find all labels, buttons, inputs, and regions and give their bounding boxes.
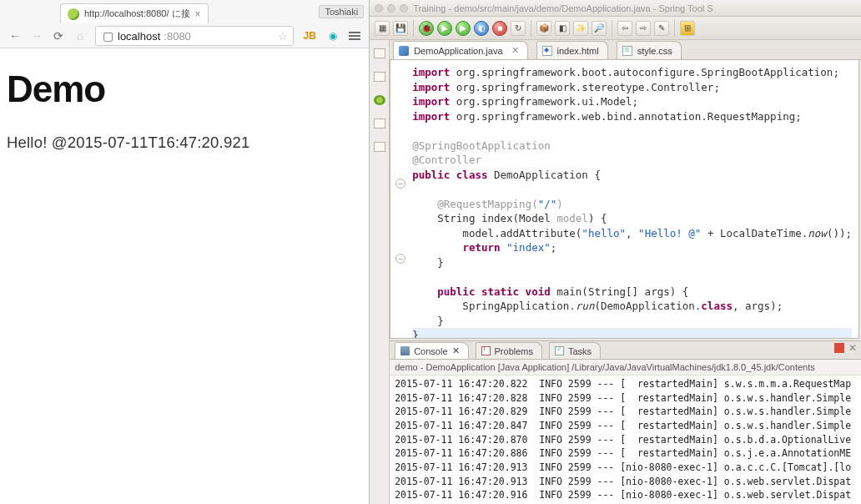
code-current-line: } <box>412 328 852 339</box>
debug-icon[interactable]: 🐞 <box>419 21 434 36</box>
home-icon[interactable]: ⌂ <box>73 29 87 43</box>
panel-tab-bar: Console✕ProblemsTasks ✕ <box>390 341 861 360</box>
nav-back-icon[interactable]: ⇦ <box>617 21 632 36</box>
save-icon[interactable]: 💾 <box>393 21 408 36</box>
close-dot-icon[interactable] <box>375 4 383 13</box>
terminate-icon[interactable] <box>834 343 844 353</box>
code-text: } <box>412 256 444 269</box>
run-icon[interactable]: ▶ <box>437 21 452 36</box>
page-heading: Demo <box>7 68 362 110</box>
panel-tab-label: Problems <box>495 346 533 356</box>
close-tab-icon[interactable]: ✕ <box>452 345 460 356</box>
view-icon[interactable] <box>374 142 385 152</box>
view-icon[interactable] <box>374 118 385 129</box>
code-keyword: return <box>462 241 506 254</box>
code-param: model <box>556 212 588 224</box>
zoom-dot-icon[interactable] <box>400 4 408 13</box>
close-tab-icon[interactable]: ✕ <box>511 45 519 56</box>
menu-icon[interactable] <box>349 32 360 40</box>
code-text: ) { <box>588 212 607 224</box>
tab-close-icon[interactable]: × <box>195 8 201 20</box>
code-annotation: @RequestMapping( <box>412 198 538 210</box>
open-type-icon[interactable]: 🔎 <box>592 21 607 36</box>
code-keyword: import <box>412 95 450 108</box>
coverage-icon[interactable]: ◐ <box>474 21 489 36</box>
code-annotation: @Controller <box>412 154 481 166</box>
forward-icon[interactable]: → <box>30 29 43 43</box>
code-editor[interactable]: import org.springframework.boot.autoconf… <box>390 60 859 339</box>
code-text: + LocalDateTime. <box>701 227 808 239</box>
code-text: org.springframework.boot.autoconfigure.S… <box>450 66 839 78</box>
code-string: "Hello! @" <box>638 227 701 239</box>
code-text: (DemoApplication. <box>594 300 701 312</box>
file-type-icon <box>622 46 632 56</box>
browser-tab[interactable]: http://localhost:8080/ に接 × <box>60 3 209 23</box>
wizard-icon[interactable]: ✨ <box>573 21 588 36</box>
type-icon[interactable]: ◧ <box>555 21 570 36</box>
fold-icon[interactable]: – <box>395 254 405 264</box>
left-dock <box>370 40 390 504</box>
code-text: String index(Model <box>412 212 556 224</box>
new-icon[interactable]: ▦ <box>375 21 390 36</box>
editor-tab-label: style.css <box>637 46 672 56</box>
editor-tab[interactable]: index.html <box>536 41 608 59</box>
problems-icon <box>481 346 491 355</box>
minimize-dot-icon[interactable] <box>387 4 395 13</box>
tab-title: http://localhost:8080/ に接 <box>84 8 190 20</box>
back-icon[interactable]: ← <box>8 29 22 43</box>
jetbrains-extension-icon[interactable]: JB <box>302 30 317 42</box>
reload-icon[interactable]: ⟳ <box>52 29 65 43</box>
pencil-icon[interactable]: ✎ <box>654 21 669 36</box>
editor-area: DemoApplication.java✕index.htmlstyle.css… <box>390 40 861 504</box>
package-icon[interactable]: 📦 <box>536 21 551 36</box>
editor-tab-label: DemoApplication.java <box>414 46 502 56</box>
editor-tab-bar: DemoApplication.java✕index.htmlstyle.css <box>390 40 861 60</box>
stop-icon[interactable]: ■ <box>492 21 507 36</box>
code-keyword: public class <box>412 169 487 181</box>
chrome-browser: http://localhost:8080/ に接 × Toshiaki ← →… <box>0 0 370 504</box>
code-text: org.springframework.web.bind.annotation.… <box>450 110 801 123</box>
ide-titlebar: Training - demo/src/main/java/demo/DemoA… <box>370 0 861 17</box>
code-italic: run <box>576 300 595 312</box>
code-text: ; <box>551 241 557 254</box>
code-string: "/" <box>538 198 557 210</box>
extension-icon[interactable]: ◉ <box>325 30 340 42</box>
page-content: Demo Hello! @2015-07-11T16:47:20.921 <box>0 48 369 172</box>
toolbar-separator <box>612 20 612 37</box>
code-text: DemoApplication { <box>487 169 600 181</box>
nav-fwd-icon[interactable]: ⇨ <box>636 21 651 36</box>
view-icon[interactable] <box>374 72 385 82</box>
chrome-top: http://localhost:8080/ に接 × Toshiaki ← →… <box>0 0 369 48</box>
code-text: ()); <box>827 227 852 239</box>
ide-body: DemoApplication.java✕index.htmlstyle.css… <box>370 40 861 504</box>
panel-tab[interactable]: Tasks <box>549 342 601 359</box>
editor-tab-label: index.html <box>557 46 599 56</box>
file-type-icon <box>399 46 409 56</box>
view-icon[interactable] <box>374 48 385 58</box>
fold-icon[interactable]: – <box>395 179 405 189</box>
perspective-icon[interactable]: ⊞ <box>680 21 695 36</box>
run-alt-icon[interactable]: ▶ <box>456 21 471 36</box>
relaunch-icon[interactable]: ↻ <box>511 21 526 36</box>
code-text: org.springframework.stereotype.Controlle… <box>450 81 720 93</box>
bookmark-star-icon[interactable]: ☆ <box>278 30 288 43</box>
code-text: } <box>412 315 444 327</box>
code-text: org.springframework.ui.Model; <box>450 95 638 108</box>
spring-view-icon[interactable] <box>374 95 385 105</box>
close-panel-icon[interactable]: ✕ <box>848 343 858 353</box>
panel-tab[interactable]: Problems <box>476 342 542 359</box>
editor-tab[interactable]: DemoApplication.java✕ <box>393 41 527 59</box>
panel-tab[interactable]: Console✕ <box>395 342 468 359</box>
code-text: , <box>626 227 638 239</box>
panel-tab-label: Console <box>414 346 447 356</box>
profile-badge[interactable]: Toshiaki <box>319 5 364 18</box>
url-bar[interactable]: ▢ localhost:8080 ☆ <box>95 26 294 46</box>
code-text: model.addAttribute( <box>412 227 582 239</box>
console-output[interactable]: 2015-07-11 16:47:20.822 INFO 2599 --- [ … <box>390 375 861 504</box>
code-string: "hello" <box>582 227 626 239</box>
code-text <box>412 241 462 254</box>
ide-window: Training - demo/src/main/java/demo/DemoA… <box>370 0 861 504</box>
editor-tab[interactable]: style.css <box>617 41 682 59</box>
url-host: localhost <box>118 30 160 43</box>
toolbar-separator <box>531 20 531 37</box>
